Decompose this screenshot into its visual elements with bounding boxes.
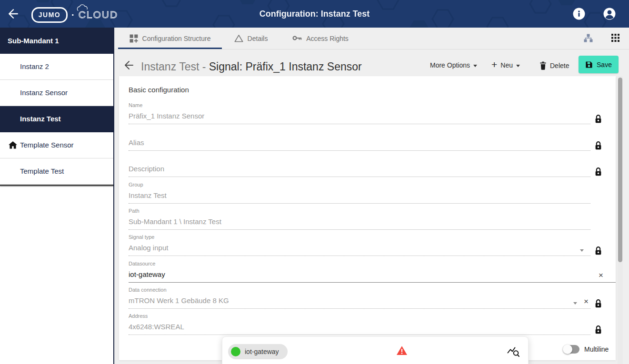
clear-icon[interactable]: × — [584, 297, 589, 305]
toggle-knob — [563, 344, 572, 354]
lock-icon[interactable] — [594, 141, 602, 150]
tab-label: Access Rights — [306, 35, 349, 42]
sidebar-item-label: Template Sensor — [20, 141, 74, 149]
tree-view-button[interactable] — [584, 34, 593, 44]
tab-bar: Configuration Structure Details Access R… — [114, 28, 629, 49]
query-stats-icon[interactable] — [507, 345, 519, 357]
field-row-datasource: Datasource iot-gateway × — [129, 260, 616, 283]
field-value: Präfix_1 Instanz Sensor — [129, 112, 204, 120]
field-value: Analog input — [129, 244, 168, 252]
form-card: Basic configuration Name Präfix_1 Instan… — [119, 76, 616, 360]
field-row-alias: Alias — [129, 128, 590, 151]
field-row-signal-type: Signal type Analog input — [129, 233, 590, 256]
page-back-button[interactable] — [124, 60, 134, 70]
new-label: Neu — [500, 61, 513, 69]
field-value: 4x6248:WSREAL — [129, 323, 184, 331]
page-title: Instanz Test - Signal: Präfix_1 Instanz … — [141, 59, 362, 74]
top-app-bar: JUMO · CLOUD Configuration: Instanz Test — [0, 0, 629, 28]
tab-configuration-structure[interactable]: Configuration Structure — [118, 28, 222, 49]
sidebar-item-instanz-2[interactable]: Instanz 2 — [0, 54, 113, 80]
field-label: Address — [129, 313, 148, 319]
clear-icon[interactable]: × — [599, 271, 603, 279]
warning-icon[interactable] — [396, 345, 408, 355]
app-window: JUMO · CLOUD Configuration: Instanz Test — [0, 0, 629, 364]
account-button[interactable] — [603, 8, 616, 20]
lock-icon[interactable] — [594, 299, 602, 308]
chevron-down-icon — [516, 65, 520, 67]
new-button[interactable]: + Neu — [491, 61, 520, 69]
sidebar-item-template-test[interactable]: Template Test — [0, 158, 113, 185]
sidebar-item-instanz-test[interactable]: Instanz Test — [0, 106, 113, 132]
cloud-logo: CLOUD — [79, 7, 119, 23]
field-underline — [129, 334, 590, 335]
content-area: Configuration Structure Details Access R… — [114, 28, 629, 364]
field-underline — [129, 308, 590, 309]
field-label: Name — [129, 102, 142, 108]
field-placeholder-label: Description — [129, 165, 164, 173]
back-icon — [124, 60, 134, 70]
home-icon — [9, 141, 17, 149]
field-underline — [129, 203, 590, 204]
field-underline — [129, 177, 590, 177]
dropdown-caret-icon[interactable] — [580, 249, 584, 252]
scrollbar-track[interactable] — [618, 76, 623, 364]
lock-icon[interactable] — [594, 167, 602, 177]
datasource-input[interactable]: iot-gateway — [129, 270, 165, 278]
status-dot-icon — [231, 347, 240, 356]
dropdown-caret-icon[interactable] — [573, 302, 577, 305]
field-label: Path — [129, 208, 140, 214]
tab-label: Configuration Structure — [142, 35, 211, 42]
field-underline — [129, 256, 590, 256]
multiline-toggle[interactable] — [563, 344, 580, 354]
apps-grid-button[interactable] — [611, 34, 619, 43]
tree-view-icon — [584, 34, 593, 42]
key-icon — [292, 35, 302, 41]
trash-icon — [539, 61, 547, 70]
sidebar-item-template-sensor[interactable]: Template Sensor — [0, 132, 113, 158]
datasource-chip[interactable]: iot-gateway — [228, 344, 288, 359]
info-button[interactable] — [573, 8, 585, 20]
triangle-outline-icon — [234, 34, 243, 42]
field-row-group: Group Instanz Test — [129, 181, 590, 204]
page-header: Instanz Test - Signal: Präfix_1 Instanz … — [114, 49, 629, 76]
jumo-logo: JUMO — [31, 7, 68, 23]
delete-label: Delete — [550, 62, 569, 69]
more-options-label: More Options — [430, 61, 470, 69]
sidebar-item-label: Instanz Test — [20, 115, 61, 123]
apps-grid-icon — [611, 34, 619, 42]
save-button[interactable]: Save — [579, 56, 619, 73]
field-label: Datasource — [129, 261, 155, 266]
tab-details[interactable]: Details — [222, 28, 280, 49]
page-title-prefix: Instanz Test - — [141, 60, 209, 73]
back-icon — [8, 8, 19, 20]
save-icon — [585, 61, 593, 69]
save-label: Save — [597, 61, 612, 69]
tab-access-rights[interactable]: Access Rights — [280, 28, 361, 49]
more-options-button[interactable]: More Options — [430, 61, 477, 69]
field-label: Signal type — [129, 234, 154, 240]
field-row-name: Name Präfix_1 Instanz Sensor — [129, 101, 590, 124]
sidebar-item-instanz-sensor[interactable]: Instanz Sensor — [0, 80, 113, 106]
sidebar-item-label: Template Test — [20, 167, 64, 175]
chevron-down-icon — [473, 65, 477, 67]
status-popup: iot-gateway — [222, 336, 529, 364]
field-label: Data connection — [129, 287, 167, 293]
sidebar-end-divider — [0, 185, 113, 186]
account-icon — [603, 8, 616, 20]
brand-separator: · — [71, 9, 75, 21]
lock-icon[interactable] — [594, 114, 602, 124]
sidebar-header: Sub-Mandant 1 — [0, 28, 113, 54]
field-row-description: Description — [129, 154, 590, 177]
field-row-path: Path Sub-Mandant 1 \ Instanz Test — [129, 207, 590, 230]
field-underline — [129, 229, 590, 230]
back-button[interactable] — [8, 8, 19, 20]
multiline-label: Multiline — [584, 345, 609, 353]
info-icon — [573, 8, 585, 20]
lock-icon[interactable] — [594, 325, 602, 334]
field-underline — [129, 124, 590, 124]
lock-icon[interactable] — [594, 246, 602, 256]
sidebar: Sub-Mandant 1 Instanz 2 Instanz Sensor I… — [0, 28, 114, 364]
delete-button[interactable]: Delete — [539, 61, 569, 70]
scrollbar-thumb[interactable] — [618, 78, 622, 262]
plus-icon: + — [491, 60, 497, 69]
